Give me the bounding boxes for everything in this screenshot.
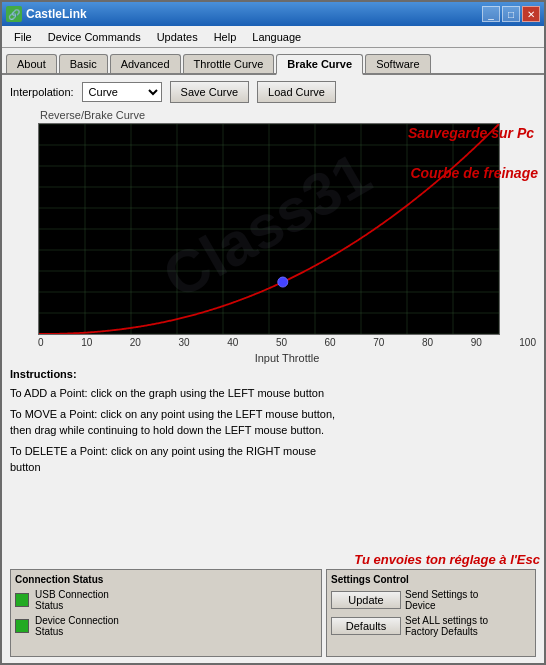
- x-axis-label: Input Throttle: [38, 352, 536, 364]
- title-bar: 🔗 CastleLink _ □ ✕: [2, 2, 544, 26]
- y-axis: [10, 123, 38, 335]
- x-tick-40: 40: [227, 337, 238, 348]
- bottom-row: Connection Status USB ConnectionStatus D…: [10, 569, 536, 657]
- settings-control-title: Settings Control: [331, 574, 531, 585]
- chart-title: Reverse/Brake Curve: [40, 109, 536, 121]
- title-bar-left: 🔗 CastleLink: [6, 6, 87, 22]
- connection-status-title: Connection Status: [15, 574, 317, 585]
- x-tick-60: 60: [325, 337, 336, 348]
- tab-software[interactable]: Software: [365, 54, 430, 73]
- menu-help[interactable]: Help: [206, 29, 245, 45]
- tab-advanced[interactable]: Advanced: [110, 54, 181, 73]
- interpolation-select[interactable]: Curve Linear None: [82, 82, 162, 102]
- device-status-dot: [15, 619, 29, 633]
- maximize-button[interactable]: □: [502, 6, 520, 22]
- load-curve-button[interactable]: Load Curve: [257, 81, 336, 103]
- interpolation-label: Interpolation:: [10, 86, 74, 98]
- tab-about[interactable]: About: [6, 54, 57, 73]
- x-ticks: 0 10 20 30 40 50 60 70 80 90 100: [38, 335, 536, 350]
- save-curve-button[interactable]: Save Curve: [170, 81, 249, 103]
- instruction-move: To MOVE a Point: click on any point usin…: [10, 407, 536, 438]
- tab-throttle-curve[interactable]: Throttle Curve: [183, 54, 275, 73]
- close-button[interactable]: ✕: [522, 6, 540, 22]
- tabs-container: About Basic Advanced Throttle Curve Brak…: [2, 48, 544, 75]
- main-window: 🔗 CastleLink _ □ ✕ File Device Commands …: [0, 0, 546, 665]
- menu-file[interactable]: File: [6, 29, 40, 45]
- app-icon: 🔗: [6, 6, 22, 22]
- update-button[interactable]: Update: [331, 591, 401, 609]
- instruction-add: To ADD a Point: click on the graph using…: [10, 386, 536, 401]
- x-tick-50: 50: [276, 337, 287, 348]
- instruction-delete: To DELETE a Point: click on any point us…: [10, 444, 536, 475]
- tab-basic[interactable]: Basic: [59, 54, 108, 73]
- minimize-button[interactable]: _: [482, 6, 500, 22]
- brake-curve-chart[interactable]: [38, 123, 500, 335]
- window-title: CastleLink: [26, 7, 87, 21]
- x-tick-80: 80: [422, 337, 433, 348]
- menu-bar: File Device Commands Updates Help Langua…: [2, 26, 544, 48]
- usb-status-label: USB ConnectionStatus: [35, 589, 109, 611]
- x-tick-20: 20: [130, 337, 141, 348]
- menu-device-commands[interactable]: Device Commands: [40, 29, 149, 45]
- settings-row-defaults: Defaults Set ALL settings toFactory Defa…: [331, 615, 531, 637]
- connection-status-panel: Connection Status USB ConnectionStatus D…: [10, 569, 322, 657]
- x-axis-row: 0 10 20 30 40 50 60 70 80 90 100: [38, 335, 536, 350]
- interpolation-row: Interpolation: Curve Linear None Save Cu…: [10, 81, 536, 103]
- x-tick-70: 70: [373, 337, 384, 348]
- x-tick-100: 100: [519, 337, 536, 348]
- chart-main: [10, 123, 536, 335]
- usb-status-dot: [15, 593, 29, 607]
- instructions-section: Instructions: To ADD a Point: click on t…: [10, 364, 536, 565]
- chart-canvas-wrap[interactable]: [38, 123, 536, 335]
- device-status-label: Device ConnectionStatus: [35, 615, 119, 637]
- menu-language[interactable]: Language: [244, 29, 309, 45]
- x-tick-90: 90: [471, 337, 482, 348]
- chart-wrapper: 0 10 20 30 40 50 60 70 80 90 100 Input T…: [10, 123, 536, 364]
- update-desc: Send Settings toDevice: [405, 589, 531, 611]
- instructions-title: Instructions:: [10, 368, 536, 380]
- content-area: Sauvegarde sur Pc Courbe de freinage Tu …: [2, 75, 544, 663]
- title-controls: _ □ ✕: [482, 6, 540, 22]
- menu-updates[interactable]: Updates: [149, 29, 206, 45]
- tab-brake-curve[interactable]: Brake Curve: [276, 54, 363, 75]
- settings-row-update: Update Send Settings toDevice: [331, 589, 531, 611]
- x-tick-10: 10: [81, 337, 92, 348]
- defaults-button[interactable]: Defaults: [331, 617, 401, 635]
- x-tick-0: 0: [38, 337, 44, 348]
- defaults-desc: Set ALL settings toFactory Defaults: [405, 615, 531, 637]
- settings-control-panel: Settings Control Update Send Settings to…: [326, 569, 536, 657]
- chart-section: Reverse/Brake Curve 0 10 20 30 40: [10, 109, 536, 364]
- status-row-usb: USB ConnectionStatus: [15, 589, 317, 611]
- status-row-device: Device ConnectionStatus: [15, 615, 317, 637]
- x-tick-30: 30: [179, 337, 190, 348]
